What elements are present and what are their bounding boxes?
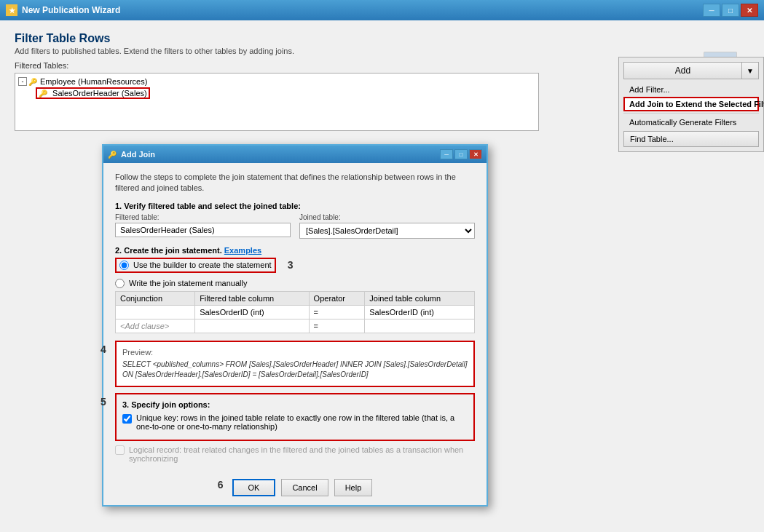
title-bar-left: ★ New Publication Wizard — [6, 4, 120, 16]
auto-generate-menu-item[interactable]: Automatically Generate Filters — [623, 115, 759, 130]
dialog-body: Follow the steps to complete the join st… — [103, 163, 487, 472]
tree-child: 🔑 SalesOrderHeader (Sales) — [36, 87, 535, 100]
add-join-menu-item[interactable]: Add Join to Extend the Selected Filter..… — [623, 97, 759, 111]
radio1-row: Use the builder to create the statement — [115, 258, 276, 273]
tree-expand-icon[interactable]: - — [18, 77, 27, 86]
table-row: SalesOrderID (int) = SalesOrderID (int) — [116, 305, 475, 319]
menu-divider — [623, 113, 759, 114]
table-row: <Add clause> = — [116, 319, 475, 333]
radio2-row: Write the join statement manually — [115, 279, 475, 288]
logical-record-label: Logical record: treat related changes in… — [129, 445, 475, 463]
close-button[interactable]: ✕ — [741, 4, 758, 17]
step3-number: 3 — [288, 259, 294, 271]
maximize-button[interactable]: □ — [722, 4, 739, 17]
dialog-description: Follow the steps to complete the join st… — [115, 172, 475, 194]
radio-builder[interactable] — [119, 261, 129, 270]
dialog-icon: 🔑 — [108, 151, 117, 159]
filtered-table-value: SalesOrderHeader (Sales) — [115, 223, 291, 237]
page-header: Filter Table Rows Add filters to publish… — [15, 32, 749, 55]
preview-text: SELECT <published_columns> FROM [Sales].… — [122, 360, 468, 380]
main-content: Filter Table Rows Add filters to publish… — [0, 20, 764, 532]
join-options-container: 5 3. Specify join options: Unique key: r… — [115, 393, 475, 441]
page-subtitle: Add filters to published tables. Extend … — [15, 47, 749, 55]
radio1-container: Use the builder to create the statement … — [115, 258, 276, 276]
radio-builder-label: Use the builder to create the statement — [133, 261, 272, 269]
step2-label: 2. Create the join statement. Examples — [115, 246, 475, 255]
tree-root: - 🔑 Employee (HumanResources) — [18, 76, 535, 87]
right-panel: Add ▼ Add Filter... Add Join to Extend t… — [618, 57, 764, 152]
add-filter-menu-item[interactable]: Add Filter... — [623, 82, 759, 97]
unique-key-checkbox[interactable] — [122, 414, 132, 424]
preview-section: Preview: SELECT <published_columns> FROM… — [115, 341, 475, 387]
col-filtered-col: Filtered table column — [195, 291, 309, 305]
ok-button[interactable]: OK — [232, 479, 276, 496]
col-joined-col: Joined table column — [365, 291, 475, 305]
row1-joined-col: SalesOrderID (int) — [365, 305, 475, 319]
window-title: New Publication Wizard — [22, 5, 120, 15]
joined-table-label: Joined table: — [299, 213, 475, 221]
dialog-maximize-btn[interactable]: □ — [454, 149, 468, 159]
minimize-button[interactable]: ─ — [703, 4, 720, 17]
dialog-minimize-btn[interactable]: ─ — [440, 149, 453, 159]
title-bar-controls: ─ □ ✕ — [703, 4, 758, 17]
step1-label: 1. Verify filtered table and select the … — [115, 202, 475, 210]
sales-order-header-item[interactable]: 🔑 SalesOrderHeader (Sales) — [36, 87, 535, 100]
step6-number: 6 — [218, 479, 224, 496]
dialog-title-left: 🔑 Add Join — [108, 150, 155, 159]
row2-joined-col — [365, 319, 475, 333]
add-button[interactable]: Add — [623, 62, 741, 79]
logical-record-checkbox — [115, 445, 125, 455]
step2-row: 2. Create the join statement. Examples U… — [115, 246, 475, 333]
join-options-label: 3. Specify join options: — [122, 400, 468, 409]
sales-order-header-label: SalesOrderHeader (Sales) — [52, 89, 147, 98]
tables-two-col: Filtered table: SalesOrderHeader (Sales)… — [115, 213, 475, 239]
col-conjunction: Conjunction — [116, 291, 195, 305]
filtered-table-group: Filtered table: SalesOrderHeader (Sales) — [115, 213, 291, 239]
app-icon: ★ — [6, 4, 17, 16]
join-table: Conjunction Filtered table column Operat… — [115, 291, 475, 333]
dialog-close-btn[interactable]: ✕ — [469, 149, 482, 159]
add-join-dialog: 🔑 Add Join ─ □ ✕ Follow the steps to com… — [102, 144, 488, 507]
dialog-title-label: Add Join — [121, 150, 155, 159]
employee-node-label: Employee (HumanResources) — [40, 77, 147, 86]
dialog-title-bar: 🔑 Add Join ─ □ ✕ — [103, 146, 487, 163]
filtered-tables-tree: - 🔑 Employee (HumanResources) 🔑 SalesOrd… — [15, 73, 539, 131]
row1-filtered-col: SalesOrderID (int) — [195, 305, 309, 319]
title-bar: ★ New Publication Wizard ─ □ ✕ — [0, 0, 764, 20]
cancel-button[interactable]: Cancel — [281, 479, 328, 496]
logical-record-row: Logical record: treat related changes in… — [115, 445, 475, 463]
radio-manual[interactable] — [115, 279, 125, 288]
unique-key-label: Unique key: rows in the joined table rel… — [136, 413, 468, 431]
dialog-controls: ─ □ ✕ — [440, 149, 482, 159]
help-button[interactable]: Help — [334, 479, 373, 496]
filtered-table-label: Filtered table: — [115, 213, 291, 221]
preview-container: 4 Preview: SELECT <published_columns> FR… — [115, 341, 475, 387]
joined-table-group: Joined table: [Sales].[SalesOrderDetail] — [299, 213, 475, 239]
page-title: Filter Table Rows — [15, 32, 749, 45]
row2-operator: = — [309, 319, 365, 333]
find-table-button[interactable]: Find Table... — [623, 131, 759, 147]
unique-key-row: Unique key: rows in the joined table rel… — [122, 413, 468, 431]
examples-link[interactable]: Examples — [224, 246, 261, 255]
highlight-box: 🔑 SalesOrderHeader (Sales) — [36, 87, 150, 99]
row2-filtered-col — [195, 319, 309, 333]
row1-operator: = — [309, 305, 365, 319]
add-button-group: Add ▼ — [623, 62, 759, 79]
step4-number: 4 — [101, 344, 106, 355]
add-dropdown-arrow[interactable]: ▼ — [741, 62, 759, 79]
col-operator: Operator — [309, 291, 365, 305]
joined-table-select[interactable]: [Sales].[SalesOrderDetail] — [299, 223, 475, 239]
radio-manual-label: Write the join statement manually — [129, 279, 247, 287]
step1-row: 1. Verify filtered table and select the … — [115, 202, 475, 239]
row1-conjunction — [116, 305, 195, 319]
preview-label: Preview: — [122, 348, 468, 357]
join-options-section: 3. Specify join options: Unique key: row… — [115, 393, 475, 441]
dialog-buttons: 6 OK Cancel Help — [103, 472, 487, 505]
row2-conjunction[interactable]: <Add clause> — [116, 319, 195, 333]
step5-number: 5 — [101, 396, 106, 408]
